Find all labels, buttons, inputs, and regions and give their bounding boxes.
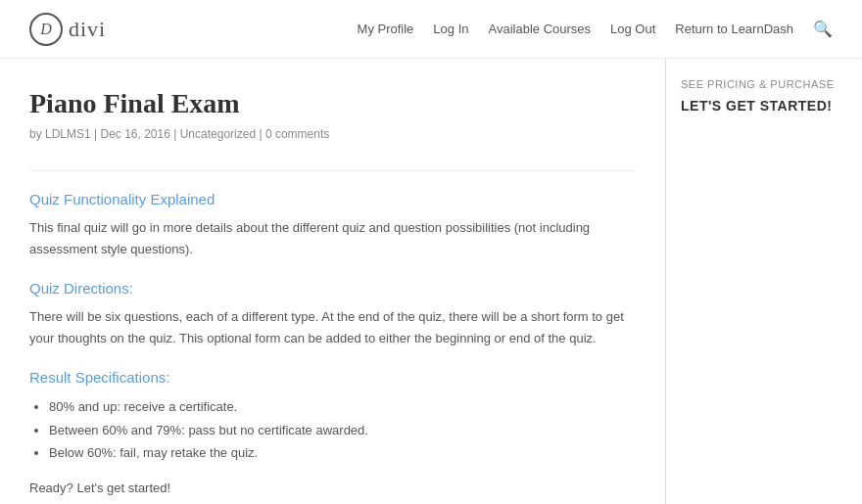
- section3-heading: Result Specifications:: [29, 369, 636, 386]
- nav-log-out[interactable]: Log Out: [610, 22, 655, 36]
- sidebar-pricing-label: SEE PRICING & PURCHASE: [681, 78, 847, 90]
- section2-heading: Quiz Directions:: [29, 280, 636, 297]
- nav-return-to-learndash[interactable]: Return to LearnDash: [675, 22, 793, 36]
- meta-author[interactable]: LDLMS1: [45, 127, 91, 141]
- list-item: 80% and up: receive a certificate.: [49, 395, 636, 418]
- section2-body: There will be six questions, each of a d…: [29, 306, 636, 349]
- list-item: Below 60%: fail, may retake the quiz.: [49, 441, 636, 464]
- logo-name: divi: [69, 17, 106, 42]
- nav-my-profile[interactable]: My Profile: [358, 22, 414, 36]
- logo-letter: D: [40, 21, 52, 38]
- ready-text: Ready? Let's get started!: [29, 481, 636, 495]
- meta-category[interactable]: Uncategorized: [180, 127, 256, 141]
- section1-body: This final quiz will go in more details …: [29, 217, 636, 260]
- post-meta: by LDLMS1 | Dec 16, 2016 | Uncategorized…: [29, 127, 636, 141]
- main-content: Piano Final Exam by LDLMS1 | Dec 16, 201…: [0, 59, 666, 504]
- section1-heading: Quiz Functionality Explained: [29, 191, 636, 207]
- meta-by: by: [29, 127, 45, 141]
- divider: [29, 170, 636, 171]
- header: D divi My Profile Log In Available Cours…: [0, 0, 862, 59]
- nav-log-in[interactable]: Log In: [433, 22, 468, 36]
- page-title: Piano Final Exam: [29, 88, 636, 119]
- sidebar: SEE PRICING & PURCHASE LET'S GET STARTED…: [666, 59, 862, 504]
- nav: My Profile Log In Available Courses Log …: [358, 20, 833, 38]
- nav-available-courses[interactable]: Available Courses: [489, 22, 592, 36]
- bullet-list: 80% and up: receive a certificate. Betwe…: [49, 395, 636, 464]
- meta-comments[interactable]: 0 comments: [265, 127, 329, 141]
- logo-circle: D: [29, 13, 63, 46]
- search-icon[interactable]: 🔍: [813, 20, 833, 38]
- sidebar-cta: LET'S GET STARTED!: [681, 98, 847, 114]
- list-item: Between 60% and 79%: pass but no certifi…: [49, 419, 636, 441]
- page-layout: Piano Final Exam by LDLMS1 | Dec 16, 201…: [0, 59, 862, 504]
- meta-date: Dec 16, 2016: [101, 127, 170, 141]
- logo: D divi: [29, 13, 106, 46]
